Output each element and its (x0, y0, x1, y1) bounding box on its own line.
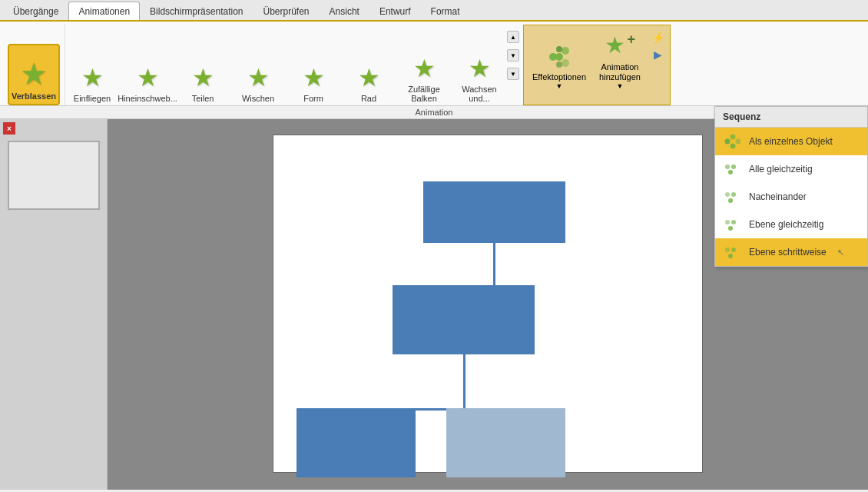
animation-hinzufuegen-icon: ★ + (605, 32, 635, 62)
ebene-gleichzeitig-icon (723, 215, 741, 234)
tab-ansicht[interactable]: Ansicht (320, 2, 369, 20)
ebene-schrittweise-label: Ebene schrittweise (749, 247, 827, 258)
hineinschweben-button[interactable]: ★ Hineinschweb... (121, 44, 174, 105)
zufaellige-button[interactable]: ★ Zufällige Balken (397, 44, 451, 105)
svg-point-18 (728, 226, 733, 231)
org-box-bottom-right (446, 408, 565, 477)
svg-point-10 (725, 165, 730, 169)
cursor-indicator: ↖ (837, 248, 844, 258)
effektoptionen-button[interactable]: Effektoptionen ▼ (528, 28, 590, 91)
svg-point-5 (556, 62, 562, 68)
scroll-down-arrow[interactable]: ▼ (507, 49, 519, 62)
nacheinander-label: Nacheinander (749, 191, 807, 202)
slide-canvas[interactable] (273, 135, 703, 473)
svg-point-8 (736, 139, 741, 145)
org-box-middle (393, 285, 535, 354)
rad-button[interactable]: ★ Rad (342, 44, 396, 105)
dropdown-header: Sequenz (715, 107, 867, 128)
animations-row: ★ Einfliegen ★ Hineinschweb... ★ Teilen … (65, 44, 506, 105)
side-extras: ⚡ ▶ (650, 28, 665, 101)
animation-hinzufuegen-label: Animation hinzufügen (599, 62, 641, 82)
hineinschweben-label: Hineinschweb... (118, 94, 177, 103)
svg-point-6 (725, 139, 731, 145)
wischen-icon: ★ (247, 63, 270, 92)
svg-point-16 (725, 220, 730, 224)
svg-point-9 (731, 144, 736, 149)
teilen-button[interactable]: ★ Teilen (176, 44, 230, 105)
org-line-v2 (463, 354, 465, 408)
gleichzeitig-icon (723, 160, 741, 178)
einfliegen-button[interactable]: ★ Einfliegen (65, 44, 119, 105)
svg-point-15 (728, 198, 733, 203)
tab-entwurf[interactable]: Entwurf (369, 2, 421, 20)
svg-point-20 (731, 248, 736, 252)
dropdown-menu: Sequenz Als einzelnes Objekt Alle gleich… (714, 106, 868, 267)
dropdown-item-einzelnes[interactable]: Als einzelnes Objekt (715, 128, 867, 155)
tab-bildschirm[interactable]: Bildschirmpräsentation (140, 2, 253, 20)
animation-main-section: ★ Verblassen (3, 25, 65, 105)
tab-format[interactable]: Format (421, 2, 470, 20)
org-box-bottom-left (297, 408, 416, 477)
tab-ueberpruefen[interactable]: Überprüfen (253, 2, 320, 20)
einzelnes-label: Als einzelnes Objekt (749, 136, 833, 147)
svg-point-3 (555, 53, 563, 61)
wachsen-button[interactable]: ★ Wachsen und... (452, 44, 506, 105)
svg-point-4 (556, 46, 562, 52)
form-button[interactable]: ★ Form (287, 44, 340, 105)
slide-thumbnail[interactable] (8, 141, 100, 210)
form-icon: ★ (303, 63, 325, 92)
animation-hinzufuegen-arrow: ▼ (617, 82, 624, 90)
wachsen-label: Wachsen und... (455, 85, 504, 103)
svg-point-11 (731, 165, 736, 169)
rad-icon: ★ (358, 63, 380, 92)
svg-point-2 (562, 59, 569, 67)
form-label: Form (303, 94, 323, 103)
einfliegen-icon: ★ (81, 63, 104, 92)
dropdown-item-gleichzeitig[interactable]: Alle gleichzeitig (715, 155, 867, 183)
ribbon-bar: ★ Verblassen ★ Einfliegen ★ Hineinschweb… (0, 22, 868, 106)
ribbon-tabs: Übergänge Animationen Bildschirmpräsenta… (0, 0, 868, 22)
wischen-button[interactable]: ★ Wischen (231, 44, 285, 105)
scroll-arrows: ▲ ▼ ▼ (506, 25, 520, 86)
svg-point-7 (731, 135, 736, 140)
gleichzeitig-label: Alle gleichzeitig (749, 164, 813, 175)
einzelnes-icon (723, 132, 741, 151)
svg-point-13 (725, 192, 730, 197)
dropdown-item-ebene-gleichzeitig[interactable]: Ebene gleichzeitig (715, 211, 867, 238)
slide-thumbnail-area (3, 141, 104, 210)
ebene-gleichzeitig-label: Ebene gleichzeitig (749, 219, 823, 230)
svg-point-21 (728, 254, 733, 258)
teilen-icon: ★ (192, 63, 214, 92)
animation-hinzufuegen-button[interactable]: ★ + Animation hinzufügen ▼ (593, 28, 647, 91)
zufaellige-label: Zufällige Balken (399, 85, 449, 103)
lightning-button[interactable]: ⚡ (650, 30, 665, 45)
svg-point-12 (728, 170, 733, 175)
tab-uebergaenge[interactable]: Übergänge (3, 2, 68, 20)
wachsen-icon: ★ (469, 54, 491, 83)
effektoptionen-label: Effektoptionen (532, 72, 586, 82)
verblassen-button[interactable]: ★ Verblassen (8, 44, 60, 105)
verblassen-label: Verblassen (12, 91, 56, 101)
close-button[interactable]: × (3, 122, 15, 135)
scroll-expand-arrow[interactable]: ▼ (507, 68, 519, 80)
scroll-up-arrow[interactable]: ▲ (507, 31, 519, 43)
svg-point-19 (725, 248, 730, 252)
right-ribbon-section: Effektoptionen ▼ ★ + Animation hinzufüge… (523, 25, 671, 105)
teilen-label: Teilen (192, 94, 214, 103)
dropdown-item-nacheinander[interactable]: Nacheinander (715, 183, 867, 211)
extra-button[interactable]: ▶ (650, 47, 665, 62)
effektoptionen-arrow: ▼ (556, 82, 563, 90)
wischen-label: Wischen (242, 94, 274, 103)
einfliegen-label: Einfliegen (74, 94, 111, 103)
dropdown-item-ebene-schrittweise[interactable]: Ebene schrittweise ↖ (715, 238, 867, 266)
slide-panel: × (0, 119, 108, 490)
tab-animationen[interactable]: Animationen (68, 2, 140, 20)
ebene-schrittweise-icon (723, 243, 741, 261)
animations-section: ★ Einfliegen ★ Hineinschweb... ★ Teilen … (65, 25, 506, 105)
svg-point-1 (562, 47, 569, 55)
svg-point-14 (731, 192, 736, 197)
effektoptionen-icon (544, 42, 575, 72)
svg-point-17 (731, 220, 736, 224)
rad-label: Rad (361, 94, 376, 103)
zufaellige-icon: ★ (413, 54, 436, 83)
